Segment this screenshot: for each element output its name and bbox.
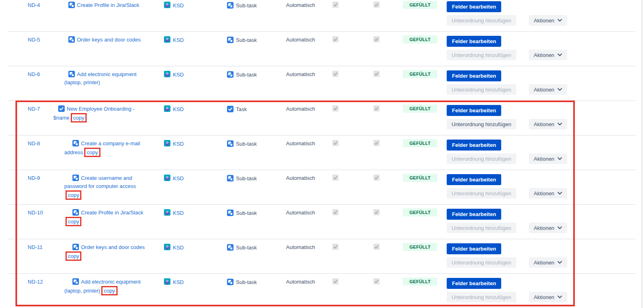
issue-key-link[interactable]: ND-11 (28, 244, 43, 251)
issue-type-label: Sub-task (236, 245, 257, 251)
project-name: KSD (173, 106, 184, 112)
issue-key-link[interactable]: ND-8 (28, 140, 40, 147)
subtask-icon (72, 244, 79, 250)
subtask-icon (227, 2, 234, 9)
project-link[interactable]: KSD (164, 71, 184, 78)
issue-type-label: Sub-task (236, 210, 257, 216)
check-icon (374, 72, 379, 76)
actions-dropdown-button[interactable]: Aktionen (529, 188, 567, 199)
actions-label: Aktionen (534, 225, 554, 231)
issue-key-link[interactable]: ND-10 (28, 210, 43, 216)
project-avatar-icon (164, 278, 170, 286)
issue-summary-link[interactable]: Add electronic equipment(laptop, printer… (53, 70, 166, 87)
edit-fields-button[interactable]: Felder bearbeiten (447, 1, 501, 12)
issue-summary-link[interactable]: Add electronic equipment(laptop, printer… (53, 278, 166, 295)
project-link[interactable]: KSD (164, 210, 184, 216)
chevron-down-icon (557, 192, 562, 195)
issue-row: ND-12 Add electronic equipment(laptop, p… (0, 273, 644, 308)
automation-label: Automatisch (286, 140, 315, 147)
issue-key-link[interactable]: ND-7 (28, 106, 40, 112)
project-link[interactable]: KSD (164, 37, 184, 43)
disabled-checkbox (373, 105, 380, 111)
check-icon (333, 210, 338, 214)
issue-summary-link[interactable]: Create username andpassword for computer… (53, 174, 166, 200)
project-avatar-icon (164, 209, 170, 217)
actions-label: Aktionen (534, 121, 554, 127)
actions-label: Aktionen (534, 17, 554, 24)
actions-dropdown-button[interactable]: Aktionen (529, 153, 567, 164)
issue-summary-link[interactable]: Create a company e-mailaddresscopy (53, 140, 166, 157)
actions-dropdown-button[interactable]: Aktionen (529, 119, 567, 129)
issue-type-cell: Sub-task (227, 37, 257, 43)
automation-label: Automatisch (286, 279, 315, 285)
disabled-checkbox (332, 2, 338, 8)
actions-dropdown-button[interactable]: Aktionen (529, 15, 567, 26)
actions-label: Aktionen (534, 190, 554, 197)
chevron-down-icon (557, 261, 562, 264)
chevron-down-icon (557, 226, 562, 229)
issue-key-link[interactable]: ND-6 (28, 71, 40, 78)
issue-summary-link[interactable]: Order keys and door codescopy (53, 243, 166, 261)
issue-row: ND-8 Create a company e-mailaddresscopy … (0, 135, 644, 170)
project-link[interactable]: KSD (164, 175, 184, 181)
project-link[interactable]: KSD (164, 140, 184, 147)
project-name: KSD (173, 279, 184, 285)
edit-fields-button[interactable]: Felder bearbeiten (447, 105, 501, 116)
add-subtask-button: Unterordnung hinzufügen (447, 84, 516, 95)
edit-fields-button[interactable]: Felder bearbeiten (447, 174, 501, 185)
issue-summary-link[interactable]: New Employee Onboarding -$namecopy (53, 105, 155, 122)
issue-key-link[interactable]: ND-5 (28, 37, 40, 43)
actions-dropdown-button[interactable]: Aktionen (529, 50, 567, 60)
edit-fields-button[interactable]: Felder bearbeiten (447, 278, 501, 289)
project-link[interactable]: KSD (164, 2, 184, 9)
project-link[interactable]: KSD (164, 279, 184, 285)
issue-type-label: Sub-task (236, 175, 257, 181)
actions-dropdown-button[interactable]: Aktionen (529, 84, 567, 95)
issue-summary-link[interactable]: Order keys and door codes (53, 36, 166, 44)
actions-dropdown-button[interactable]: Aktionen (529, 223, 567, 233)
edit-fields-button[interactable]: Felder bearbeiten (447, 209, 501, 220)
project-link[interactable]: KSD (164, 106, 184, 112)
actions-label: Aktionen (534, 260, 554, 266)
copy-annotation-box: copy (71, 113, 87, 122)
chevron-down-icon (557, 53, 562, 57)
issue-row: ND-6 Add electronic equipment(laptop, pr… (0, 66, 644, 100)
disabled-checkbox (332, 278, 338, 284)
actions-dropdown-button[interactable]: Aktionen (529, 257, 567, 268)
status-badge: GEFÜLLT (403, 208, 437, 216)
automation-label: Automatisch (286, 71, 315, 78)
actions-dropdown-button[interactable]: Aktionen (529, 292, 567, 302)
subtask-icon (68, 36, 75, 43)
chevron-down-icon (557, 295, 562, 299)
project-name: KSD (173, 210, 184, 216)
edit-fields-button[interactable]: Felder bearbeiten (447, 140, 501, 151)
issue-key-link[interactable]: ND-9 (28, 175, 40, 181)
disabled-checkbox (332, 105, 338, 111)
check-icon (333, 106, 338, 111)
status-badge: GEFÜLLT (403, 35, 437, 44)
disabled-checkbox (373, 140, 380, 146)
copy-annotation-box: copy (65, 190, 81, 200)
check-icon (333, 245, 338, 249)
issue-summary-link[interactable]: Create Profile in Jira/Slack (53, 1, 166, 9)
disabled-checkbox (332, 244, 338, 250)
add-subtask-button[interactable]: Unterordnung hinzufügen (447, 119, 516, 129)
check-icon (374, 106, 379, 111)
disabled-checkbox (373, 71, 380, 77)
issue-type-cell: Sub-task (227, 2, 257, 9)
issue-key-link[interactable]: ND-4 (28, 2, 40, 9)
disabled-checkbox (332, 175, 338, 181)
issue-key-link[interactable]: ND-12 (28, 279, 43, 285)
actions-label: Aktionen (534, 294, 554, 300)
subtask-icon (227, 140, 234, 147)
subtask-icon (72, 140, 79, 146)
check-icon (374, 141, 379, 145)
issue-summary-link[interactable]: Create Profile in Jira/Slackcopy (53, 209, 166, 226)
add-subtask-button: Unterordnung hinzufügen (447, 257, 516, 268)
copy-annotation-box: copy (65, 251, 81, 261)
issue-type-label: Sub-task (236, 279, 257, 285)
edit-fields-button[interactable]: Felder bearbeiten (447, 36, 501, 47)
project-link[interactable]: KSD (164, 244, 184, 251)
edit-fields-button[interactable]: Felder bearbeiten (447, 70, 501, 81)
edit-fields-button[interactable]: Felder bearbeiten (447, 243, 501, 254)
